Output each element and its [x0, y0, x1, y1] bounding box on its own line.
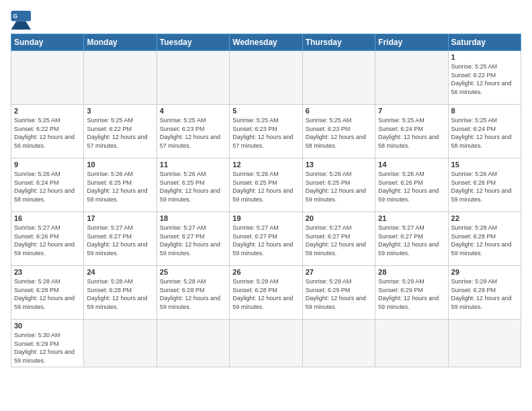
day-number: 15: [451, 161, 518, 169]
day-cell: 3Sunrise: 5:25 AMSunset: 6:22 PMDaylight…: [84, 105, 157, 158]
day-cell: 11Sunrise: 5:26 AMSunset: 6:25 PMDayligh…: [157, 158, 229, 212]
day-cell: [157, 51, 229, 105]
svg-text:G: G: [13, 13, 18, 19]
day-number: 1: [451, 53, 518, 61]
day-cell: 1Sunrise: 5:25 AMSunset: 6:22 PMDaylight…: [448, 51, 521, 105]
day-number: 21: [378, 214, 445, 222]
logo-icon: G: [11, 11, 32, 30]
day-cell: 2Sunrise: 5:25 AMSunset: 6:22 PMDaylight…: [11, 105, 84, 158]
day-info: Sunrise: 5:25 AMSunset: 6:23 PMDaylight:…: [306, 116, 372, 150]
col-header-friday: Friday: [375, 34, 448, 51]
day-cell: 24Sunrise: 5:28 AMSunset: 6:28 PMDayligh…: [84, 266, 157, 320]
day-cell: [157, 320, 229, 367]
day-cell: 6Sunrise: 5:25 AMSunset: 6:23 PMDaylight…: [302, 105, 375, 158]
day-number: 22: [451, 214, 518, 222]
day-cell: 7Sunrise: 5:25 AMSunset: 6:24 PMDaylight…: [375, 105, 448, 158]
day-number: 17: [87, 214, 153, 222]
day-cell: 16Sunrise: 5:27 AMSunset: 6:26 PMDayligh…: [11, 212, 84, 266]
day-cell: 8Sunrise: 5:25 AMSunset: 6:24 PMDaylight…: [448, 105, 521, 158]
day-cell: [84, 51, 157, 105]
day-cell: 9Sunrise: 5:26 AMSunset: 6:24 PMDaylight…: [11, 158, 84, 212]
day-cell: 14Sunrise: 5:26 AMSunset: 6:26 PMDayligh…: [375, 158, 448, 212]
day-info: Sunrise: 5:26 AMSunset: 6:26 PMDaylight:…: [378, 170, 445, 203]
calendar-table: SundayMondayTuesdayWednesdayThursdayFrid…: [11, 34, 521, 367]
day-number: 26: [232, 268, 299, 276]
day-info: Sunrise: 5:28 AMSunset: 6:28 PMDaylight:…: [451, 224, 518, 257]
day-number: 4: [160, 107, 226, 115]
day-info: Sunrise: 5:26 AMSunset: 6:25 PMDaylight:…: [160, 170, 226, 203]
day-info: Sunrise: 5:27 AMSunset: 6:26 PMDaylight:…: [14, 224, 81, 257]
day-number: 13: [306, 161, 372, 169]
day-number: 16: [14, 214, 81, 222]
day-info: Sunrise: 5:25 AMSunset: 6:22 PMDaylight:…: [451, 62, 518, 96]
day-info: Sunrise: 5:28 AMSunset: 6:28 PMDaylight:…: [160, 277, 226, 311]
page-header: G: [11, 11, 521, 30]
day-info: Sunrise: 5:27 AMSunset: 6:27 PMDaylight:…: [232, 224, 299, 257]
day-info: Sunrise: 5:27 AMSunset: 6:27 PMDaylight:…: [378, 224, 445, 257]
day-cell: 22Sunrise: 5:28 AMSunset: 6:28 PMDayligh…: [448, 212, 521, 266]
day-info: Sunrise: 5:30 AMSunset: 6:29 PMDaylight:…: [14, 331, 81, 365]
day-number: 3: [87, 107, 153, 115]
day-number: 28: [378, 268, 445, 276]
day-cell: [11, 51, 84, 105]
day-cell: 23Sunrise: 5:28 AMSunset: 6:28 PMDayligh…: [11, 266, 84, 320]
day-cell: 30Sunrise: 5:30 AMSunset: 6:29 PMDayligh…: [11, 320, 84, 367]
day-cell: 21Sunrise: 5:27 AMSunset: 6:27 PMDayligh…: [375, 212, 448, 266]
day-number: 11: [160, 161, 226, 169]
header-row: SundayMondayTuesdayWednesdayThursdayFrid…: [11, 34, 521, 51]
day-number: 9: [14, 161, 81, 169]
day-number: 19: [232, 214, 299, 222]
col-header-saturday: Saturday: [448, 34, 521, 51]
day-number: 30: [14, 322, 81, 330]
day-number: 14: [378, 161, 445, 169]
day-info: Sunrise: 5:28 AMSunset: 6:28 PMDaylight:…: [14, 277, 81, 311]
day-info: Sunrise: 5:29 AMSunset: 6:29 PMDaylight:…: [451, 277, 518, 311]
day-cell: [302, 51, 375, 105]
day-cell: 13Sunrise: 5:26 AMSunset: 6:25 PMDayligh…: [302, 158, 375, 212]
day-cell: 5Sunrise: 5:25 AMSunset: 6:23 PMDaylight…: [230, 105, 302, 158]
day-cell: 10Sunrise: 5:26 AMSunset: 6:25 PMDayligh…: [84, 158, 157, 212]
day-cell: 25Sunrise: 5:28 AMSunset: 6:28 PMDayligh…: [157, 266, 229, 320]
day-info: Sunrise: 5:29 AMSunset: 6:29 PMDaylight:…: [378, 277, 445, 311]
day-info: Sunrise: 5:25 AMSunset: 6:23 PMDaylight:…: [232, 116, 299, 150]
col-header-tuesday: Tuesday: [157, 34, 229, 51]
day-cell: 20Sunrise: 5:27 AMSunset: 6:27 PMDayligh…: [302, 212, 375, 266]
col-header-thursday: Thursday: [302, 34, 375, 51]
day-number: 23: [14, 268, 81, 276]
day-number: 10: [87, 161, 153, 169]
day-number: 24: [87, 268, 153, 276]
day-info: Sunrise: 5:25 AMSunset: 6:24 PMDaylight:…: [378, 116, 445, 150]
day-cell: [302, 320, 375, 367]
week-row-2: 2Sunrise: 5:25 AMSunset: 6:22 PMDaylight…: [11, 105, 521, 158]
col-header-monday: Monday: [84, 34, 157, 51]
day-number: 20: [306, 214, 372, 222]
day-number: 6: [306, 107, 372, 115]
day-info: Sunrise: 5:28 AMSunset: 6:28 PMDaylight:…: [87, 277, 153, 311]
col-header-wednesday: Wednesday: [230, 34, 302, 51]
day-cell: 12Sunrise: 5:26 AMSunset: 6:25 PMDayligh…: [230, 158, 302, 212]
day-cell: [375, 320, 448, 367]
day-info: Sunrise: 5:25 AMSunset: 6:22 PMDaylight:…: [87, 116, 153, 150]
day-info: Sunrise: 5:26 AMSunset: 6:25 PMDaylight:…: [306, 170, 372, 203]
day-cell: 27Sunrise: 5:29 AMSunset: 6:29 PMDayligh…: [302, 266, 375, 320]
day-cell: 17Sunrise: 5:27 AMSunset: 6:27 PMDayligh…: [84, 212, 157, 266]
day-info: Sunrise: 5:27 AMSunset: 6:27 PMDaylight:…: [306, 224, 372, 257]
day-info: Sunrise: 5:25 AMSunset: 6:22 PMDaylight:…: [14, 116, 81, 150]
day-cell: [230, 51, 302, 105]
week-row-1: 1Sunrise: 5:25 AMSunset: 6:22 PMDaylight…: [11, 51, 521, 105]
day-info: Sunrise: 5:26 AMSunset: 6:25 PMDaylight:…: [87, 170, 153, 203]
logo: G: [11, 11, 35, 30]
col-header-sunday: Sunday: [11, 34, 84, 51]
day-number: 12: [232, 161, 299, 169]
week-row-3: 9Sunrise: 5:26 AMSunset: 6:24 PMDaylight…: [11, 158, 521, 212]
day-cell: 29Sunrise: 5:29 AMSunset: 6:29 PMDayligh…: [448, 266, 521, 320]
day-info: Sunrise: 5:27 AMSunset: 6:27 PMDaylight:…: [87, 224, 153, 257]
day-cell: [375, 51, 448, 105]
day-number: 25: [160, 268, 226, 276]
day-cell: [448, 320, 521, 367]
day-cell: 15Sunrise: 5:26 AMSunset: 6:26 PMDayligh…: [448, 158, 521, 212]
day-number: 5: [232, 107, 299, 115]
day-cell: 26Sunrise: 5:29 AMSunset: 6:28 PMDayligh…: [230, 266, 302, 320]
day-number: 2: [14, 107, 81, 115]
week-row-4: 16Sunrise: 5:27 AMSunset: 6:26 PMDayligh…: [11, 212, 521, 266]
